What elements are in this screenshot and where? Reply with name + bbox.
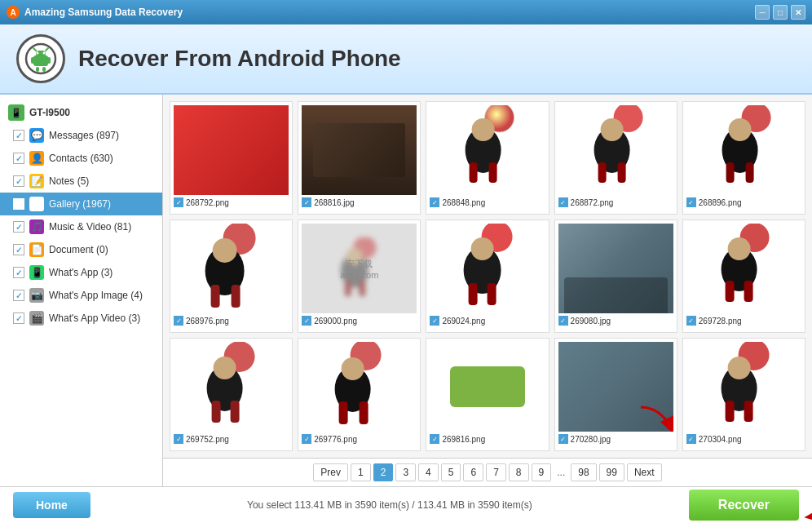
- svg-rect-45: [744, 281, 752, 302]
- gallery-item-9[interactable]: 269728.png: [682, 219, 805, 333]
- svg-point-4: [43, 52, 46, 55]
- sidebar-item-whatsapp-image[interactable]: 📷 What's App Image (4): [0, 284, 162, 307]
- svg-rect-29: [211, 285, 220, 308]
- document-checkbox[interactable]: [13, 244, 24, 255]
- gallery-item-8[interactable]: 269080.jpg: [554, 219, 677, 333]
- whatsapp-label: What's App (3): [49, 267, 113, 278]
- page-btn-2[interactable]: 2: [373, 463, 394, 481]
- item-checkbox-11[interactable]: [302, 434, 311, 444]
- gallery-checkbox[interactable]: [13, 198, 24, 210]
- sidebar-item-whatsapp-video[interactable]: 🎬 What's App Video (3): [0, 307, 162, 330]
- whatsapp-video-checkbox[interactable]: [13, 312, 24, 324]
- sidebar-item-whatsapp[interactable]: 📱 What's App (3): [0, 261, 162, 284]
- titlebar: A Amazing Samsung Data Recovery ─ □ ✕: [0, 0, 812, 24]
- maximize-button[interactable]: □: [773, 5, 788, 20]
- label-4: 268896.png: [686, 197, 801, 207]
- gallery-item-4[interactable]: 268896.png: [682, 101, 805, 215]
- svg-line-5: [33, 48, 36, 51]
- page-btn-7[interactable]: 7: [486, 463, 506, 481]
- header: Recover From Android Phone: [0, 24, 812, 95]
- sidebar-item-contacts[interactable]: 👤 Contacts (630): [0, 147, 162, 170]
- svg-rect-35: [360, 280, 366, 296]
- thumb-11: [302, 342, 417, 432]
- item-checkbox-2[interactable]: [430, 197, 439, 207]
- sidebar-item-notes[interactable]: 📝 Notes (5): [0, 170, 162, 193]
- svg-rect-54: [339, 401, 348, 424]
- thumb-0: [174, 105, 289, 195]
- messages-icon: 💬: [29, 128, 44, 143]
- item-checkbox-6[interactable]: [302, 316, 311, 326]
- page-btn-4[interactable]: 4: [418, 463, 439, 481]
- next-button[interactable]: Next: [627, 463, 662, 481]
- item-checkbox-0[interactable]: [174, 197, 183, 207]
- sidebar-item-gallery[interactable]: 🖼 Gallery (1967): [0, 193, 162, 215]
- sidebar-item-messages[interactable]: 💬 Messages (897): [0, 124, 162, 147]
- gallery-item-10[interactable]: 269752.png: [170, 338, 293, 451]
- home-button[interactable]: Home: [13, 492, 90, 518]
- svg-point-38: [471, 237, 494, 260]
- thumb-14: [686, 342, 801, 432]
- svg-point-3: [37, 52, 39, 55]
- whatsapp-video-icon: 🎬: [29, 311, 44, 326]
- item-checkbox-10[interactable]: [174, 434, 183, 444]
- thumb-7: [430, 224, 545, 313]
- gallery-item-0[interactable]: 268792.png: [170, 101, 293, 215]
- label-3: 268872.png: [558, 197, 673, 207]
- status-text: You select 113.41 MB in 3590 item(s) / 1…: [247, 499, 532, 511]
- page-btn-3[interactable]: 3: [395, 463, 416, 481]
- whatsapp-image-checkbox[interactable]: [13, 290, 24, 301]
- item-checkbox-7[interactable]: [430, 316, 439, 326]
- item-checkbox-14[interactable]: [686, 434, 696, 444]
- music-video-checkbox[interactable]: [13, 221, 24, 233]
- gallery-grid: 268792.png 268816.jpg: [163, 95, 812, 458]
- notes-icon: 📝: [29, 174, 44, 188]
- svg-point-13: [472, 118, 495, 141]
- svg-rect-49: [212, 401, 221, 423]
- close-button[interactable]: ✕: [791, 5, 805, 20]
- page-btn-1[interactable]: 1: [351, 463, 371, 481]
- label-14: 270304.png: [686, 434, 801, 444]
- item-checkbox-8[interactable]: [558, 316, 568, 326]
- gallery-item-11[interactable]: 269776.png: [298, 338, 421, 451]
- page-btn-6[interactable]: 6: [463, 463, 483, 481]
- contacts-checkbox[interactable]: [13, 153, 24, 164]
- page-btn-5[interactable]: 5: [441, 463, 461, 481]
- item-checkbox-13[interactable]: [558, 434, 568, 444]
- page-btn-98[interactable]: 98: [571, 463, 596, 481]
- svg-rect-10: [42, 67, 46, 72]
- gallery-item-6[interactable]: 安下载anxz.com 269000.png: [298, 219, 421, 333]
- gallery-item-2[interactable]: 268848.png: [426, 101, 549, 215]
- label-5: 268976.png: [174, 316, 289, 326]
- gallery-item-3[interactable]: 268872.png: [554, 101, 677, 215]
- gallery-item-13[interactable]: 270280.jpg: [554, 338, 677, 451]
- recover-button[interactable]: Recover: [689, 490, 799, 521]
- prev-button[interactable]: Prev: [313, 463, 348, 481]
- thumb-9: [686, 224, 801, 313]
- gallery-item-1[interactable]: 268816.jpg: [298, 101, 421, 215]
- item-checkbox-12[interactable]: [430, 434, 439, 444]
- item-checkbox-3[interactable]: [558, 197, 568, 207]
- item-checkbox-5[interactable]: [174, 316, 183, 326]
- notes-checkbox[interactable]: [13, 175, 24, 187]
- gallery-item-12[interactable]: 269816.png: [426, 338, 549, 451]
- item-checkbox-9[interactable]: [686, 316, 696, 326]
- gallery-item-5[interactable]: 268976.png: [170, 219, 293, 333]
- page-btn-9[interactable]: 9: [532, 463, 552, 481]
- item-checkbox-1[interactable]: [302, 197, 311, 207]
- thumb-13: [558, 342, 673, 432]
- item-checkbox-4[interactable]: [686, 197, 696, 207]
- gallery-item-7[interactable]: 269024.png: [426, 219, 549, 333]
- svg-point-53: [342, 357, 364, 380]
- label-0: 268792.png: [174, 197, 289, 207]
- label-6: 269000.png: [302, 316, 417, 326]
- thumb-3: [558, 105, 673, 195]
- device-icon: 📱: [8, 104, 24, 121]
- gallery-item-14[interactable]: 270304.png: [682, 338, 805, 451]
- whatsapp-checkbox[interactable]: [13, 267, 24, 278]
- messages-checkbox[interactable]: [13, 130, 24, 141]
- sidebar-item-music-video[interactable]: 🎵 Music & Video (81): [0, 215, 162, 238]
- page-btn-99[interactable]: 99: [599, 463, 624, 481]
- page-btn-8[interactable]: 8: [509, 463, 529, 481]
- minimize-button[interactable]: ─: [755, 5, 770, 20]
- sidebar-item-document[interactable]: 📄 Document (0): [0, 238, 162, 261]
